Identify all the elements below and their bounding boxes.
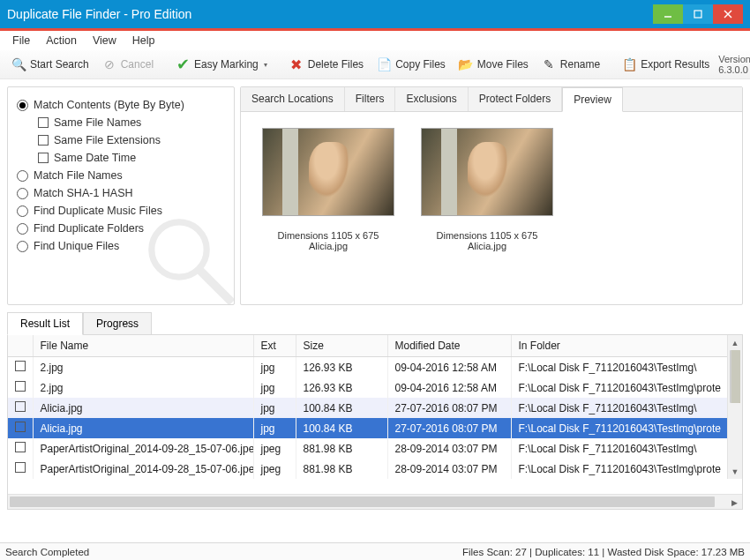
column-file-name[interactable]: File Name [33,335,253,357]
row-checkbox-cell[interactable] [8,398,33,418]
cell-file-name: 2.jpg [33,357,253,378]
tab-search-locations[interactable]: Search Locations [241,87,345,111]
radio-icon [17,205,28,217]
scroll-right-icon[interactable]: ▶ [727,495,742,510]
scroll-thumb-horizontal[interactable] [10,497,715,507]
tab-result-list[interactable]: Result List [7,312,83,335]
checkbox-icon [15,401,26,412]
cancel-button[interactable]: ⊘ Cancel [98,55,157,74]
cell-ext: jpg [253,357,296,378]
table-row[interactable]: 2.jpgjpg126.93 KB09-04-2016 12:58 AMF:\L… [8,357,742,378]
cell-folder: F:\Local Disk F_7112016043\TestImg\prote [511,459,742,479]
menu-file[interactable]: File [12,34,30,47]
row-checkbox-cell[interactable] [8,459,33,479]
cell-folder: F:\Local Disk F_7112016043\TestImg\prote [511,377,742,398]
option-same-date-time[interactable]: Same Date Time [38,149,225,167]
column-size[interactable]: Size [296,335,387,357]
table-row[interactable]: 2.jpgjpg126.93 KB09-04-2016 12:58 AMF:\L… [8,377,742,398]
maximize-button[interactable] [683,4,713,24]
results-table: File Name Ext Size Modified Date In Fold… [8,335,742,479]
cell-folder: F:\Local Disk F_7112016043\TestImg\ [511,357,742,378]
option-label: Match SHA-1 HASH [34,187,133,199]
scroll-down-icon[interactable]: ▼ [728,464,742,479]
toolbar-label: Move Files [477,58,529,71]
table-row[interactable]: PaperArtistOriginal_2014-09-28_15-07-06.… [8,459,742,479]
tabs-panel: Search Locations Filters Exclusions Prot… [240,86,743,305]
minimize-button[interactable] [653,4,683,24]
results-grid: File Name Ext Size Modified Date In Fold… [7,334,743,510]
option-match-contents[interactable]: Match Contents (Byte By Byte) [17,96,225,114]
checkbox-icon [15,462,26,473]
copy-files-button[interactable]: 📄 Copy Files [372,55,449,74]
rename-icon: ✎ [541,56,557,72]
status-right: Files Scan: 27 | Duplicates: 11 | Wasted… [462,547,745,557]
cell-ext: jpg [253,398,296,418]
cell-size: 881.98 KB [296,438,387,459]
scroll-up-icon[interactable]: ▲ [728,335,742,350]
cell-file-name: PaperArtistOriginal_2014-09-28_15-07-06.… [33,438,253,459]
delete-files-button[interactable]: ✖ Delete Files [285,55,367,74]
table-row[interactable]: PaperArtistOriginal_2014-09-28_15-07-06.… [8,438,742,459]
option-match-sha1[interactable]: Match SHA-1 HASH [17,184,225,202]
option-same-file-names[interactable]: Same File Names [38,114,225,131]
column-folder[interactable]: In Folder [511,335,742,357]
rename-button[interactable]: ✎ Rename [537,55,604,74]
cell-date: 28-09-2014 03:07 PM [387,459,511,479]
results-tabs: Result List Progress [7,312,743,335]
row-checkbox-cell[interactable] [8,438,33,459]
tab-exclusions[interactable]: Exclusions [395,87,468,111]
tab-filters[interactable]: Filters [345,87,396,111]
checkbox-icon [15,361,26,371]
cell-date: 27-07-2016 08:07 PM [387,418,511,438]
export-results-button[interactable]: 📋 Export Results [618,55,713,74]
search-options-panel: Match Contents (Byte By Byte) Same File … [7,86,235,305]
preview-dimensions: Dimensions 1105 x 675 [421,230,553,241]
radio-icon [17,170,28,182]
preview-dimensions: Dimensions 1105 x 675 [262,230,394,241]
search-icon: 🔍 [11,56,26,72]
cell-ext: jpeg [253,459,296,479]
preview-filename: Alicia.jpg [262,241,394,251]
row-checkbox-cell[interactable] [8,418,33,438]
toolbar-label: Delete Files [308,58,364,71]
row-checkbox-cell[interactable] [8,357,33,378]
cell-date: 09-04-2016 12:58 AM [387,357,511,378]
tab-progress[interactable]: Progress [83,312,152,335]
easy-marking-button[interactable]: ✔ Easy Marking ▾ [171,55,271,74]
table-row[interactable]: Alicia.jpgjpg100.84 KB27-07-2016 08:07 P… [8,418,742,438]
vertical-scrollbar[interactable]: ▲ ▼ [727,335,742,479]
tab-protect-folders[interactable]: Protect Folders [469,87,562,111]
cell-file-name: Alicia.jpg [33,418,253,438]
toolbar-label: Cancel [121,58,154,71]
preview-item[interactable]: Dimensions 1105 x 675 Alicia.jpg [421,128,553,251]
tab-preview[interactable]: Preview [562,87,623,112]
option-match-file-names[interactable]: Match File Names [17,167,225,184]
column-ext[interactable]: Ext [253,335,296,357]
checkbox-icon [38,135,49,146]
window-title: Duplicate File Finder - Pro Edition [7,7,653,21]
preview-filename: Alicia.jpg [421,241,553,251]
results-area: Result List Progress File Name Ext Size … [0,312,750,511]
row-checkbox-cell[interactable] [8,377,33,398]
toolbar-label: Easy Marking [194,58,259,71]
scroll-thumb[interactable] [730,350,740,403]
column-modified[interactable]: Modified Date [387,335,511,357]
close-button[interactable] [713,4,743,24]
column-checkbox[interactable] [8,335,33,357]
cell-ext: jpeg [253,438,296,459]
menu-view[interactable]: View [93,34,116,47]
horizontal-scrollbar[interactable]: ◀ ▶ [8,494,742,509]
table-row[interactable]: Alicia.jpgjpg100.84 KB27-07-2016 08:07 P… [8,398,742,418]
option-label: Match Contents (Byte By Byte) [34,99,184,111]
preview-item[interactable]: Dimensions 1105 x 675 Alicia.jpg [262,128,394,251]
thumbnail-image [421,128,553,216]
move-icon: 📂 [458,56,474,72]
cell-folder: F:\Local Disk F_7112016043\TestImg\prote [511,418,742,438]
magnifier-watermark-icon [137,207,235,305]
move-files-button[interactable]: 📂 Move Files [454,55,532,74]
toolbar-label: Copy Files [395,58,446,71]
menu-action[interactable]: Action [46,34,77,47]
option-same-file-extensions[interactable]: Same File Extensions [38,131,225,149]
menu-help[interactable]: Help [132,34,155,47]
start-search-button[interactable]: 🔍 Start Search [7,55,93,74]
